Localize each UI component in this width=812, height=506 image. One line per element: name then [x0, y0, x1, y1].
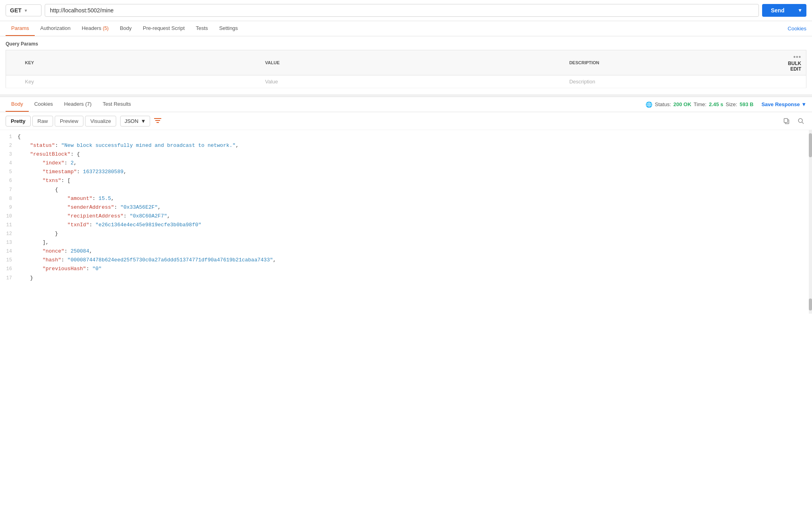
params-table: KEY VALUE DESCRIPTION ••• Bulk Edit Key … [6, 50, 806, 88]
scrollbar-track[interactable] [809, 130, 812, 314]
url-input[interactable] [45, 4, 759, 17]
value-placeholder: Value [265, 79, 278, 85]
json-line-8: 8 "amount": 15.5, [0, 194, 812, 203]
col-value-header: VALUE [260, 50, 564, 75]
col-desc-header: DESCRIPTION [564, 50, 774, 75]
save-response-button[interactable]: Save Response ▼ [761, 101, 806, 107]
key-input-cell[interactable]: Key [20, 75, 261, 88]
json-line-2: 2 "status": "New block successfully mine… [0, 141, 812, 150]
copy-button[interactable] [781, 115, 792, 126]
json-line-16: 16 "previousHash": "0" [0, 265, 812, 273]
preview-button[interactable]: Preview [55, 116, 83, 126]
method-label: GET [10, 7, 22, 14]
json-line-3: 3 "resultBlock": { [0, 150, 812, 159]
response-tab-test-results[interactable]: Test Results [97, 97, 137, 112]
query-params-label: Query Params [6, 41, 806, 47]
visualize-button[interactable]: Visualize [85, 116, 116, 126]
time-value: 2.45 s [709, 101, 723, 107]
svg-line-6 [802, 122, 804, 124]
json-line-7: 7 { [0, 186, 812, 194]
pretty-button[interactable]: Pretty [6, 116, 31, 126]
status-value: 200 OK [673, 101, 691, 107]
json-line-12: 12 } [0, 229, 812, 238]
bulk-edit-button[interactable]: Bulk Edit [788, 61, 801, 72]
tab-prerequest[interactable]: Pre-request Script [137, 21, 190, 36]
tab-tests[interactable]: Tests [190, 21, 214, 36]
format-bar-right [781, 115, 806, 126]
desc-placeholder: Description [569, 79, 595, 85]
search-button[interactable] [795, 115, 806, 126]
time-label: Time: [694, 101, 707, 107]
json-line-13: 13 ], [0, 238, 812, 247]
json-line-9: 9 "senderAddress": "0x33A56E2F", [0, 203, 812, 212]
status-label: Status: [655, 101, 671, 107]
json-line-11: 11 "txnId": "e26c1364e4ec45e9819ecfe3b0b… [0, 221, 812, 229]
send-label: Send [762, 4, 793, 17]
globe-icon: 🌐 [646, 101, 652, 108]
scrollbar-thumb-bottom[interactable] [809, 298, 812, 310]
col-check-header [6, 50, 20, 75]
size-label: Size: [726, 101, 737, 107]
query-params-section: Query Params KEY VALUE DESCRIPTION ••• B… [0, 36, 812, 88]
chevron-down-icon: ▼ [24, 8, 28, 13]
desc-input-cell[interactable]: Description [564, 75, 774, 88]
response-meta: 🌐 Status: 200 OK Time: 2.45 s Size: 593 … [646, 101, 806, 108]
response-tab-headers[interactable]: Headers (7) [59, 97, 97, 112]
raw-button[interactable]: Raw [32, 116, 53, 126]
svg-point-5 [798, 119, 802, 123]
json-line-5: 5 "timestamp": 1637233280589, [0, 168, 812, 176]
scrollbar-thumb-top[interactable] [809, 133, 812, 157]
format-select[interactable]: JSON ▼ [120, 116, 151, 126]
col-key-header: KEY [20, 50, 261, 75]
response-tabs-bar: Body Cookies Headers (7) Test Results 🌐 … [0, 97, 812, 112]
key-placeholder: Key [25, 79, 34, 85]
tab-params[interactable]: Params [6, 21, 35, 36]
tab-settings[interactable]: Settings [214, 21, 244, 36]
size-value: 593 B [740, 101, 754, 107]
send-button[interactable]: Send ▼ [762, 4, 806, 17]
tab-headers[interactable]: Headers (5) [76, 21, 114, 36]
response-tab-body[interactable]: Body [6, 97, 29, 112]
row-check-cell [6, 75, 20, 88]
params-empty-row: Key Value Description [6, 75, 806, 88]
actions-cell [774, 75, 806, 88]
json-line-17: 17 } [0, 274, 812, 283]
json-line-10: 10 "recipientAddress": "0x8C60A2F7", [0, 212, 812, 221]
response-headers-badge: (7) [85, 101, 91, 107]
json-line-1: 1 { [0, 132, 812, 141]
cookies-link[interactable]: Cookies [788, 26, 806, 32]
col-actions-header: ••• Bulk Edit [774, 50, 806, 75]
more-options-icon[interactable]: ••• [793, 53, 801, 60]
tab-authorization[interactable]: Authorization [35, 21, 76, 36]
tab-body[interactable]: Body [114, 21, 137, 36]
request-tabs-bar: Params Authorization Headers (5) Body Pr… [0, 21, 812, 36]
method-select[interactable]: GET ▼ [6, 4, 42, 16]
json-line-6: 6 "txns": [ [0, 176, 812, 185]
svg-rect-4 [784, 119, 788, 123]
json-line-14: 14 "nonce": 250084, [0, 247, 812, 256]
format-chevron-icon: ▼ [141, 118, 146, 124]
json-viewer: 1 { 2 "status": "New block successfully … [0, 130, 812, 314]
json-line-4: 4 "index": 2, [0, 159, 812, 168]
response-tab-cookies[interactable]: Cookies [29, 97, 59, 112]
send-arrow-icon[interactable]: ▼ [794, 4, 806, 16]
url-bar: GET ▼ Send ▼ [0, 0, 812, 21]
value-input-cell[interactable]: Value [260, 75, 564, 88]
headers-badge: (5) [103, 26, 109, 31]
format-bar: Pretty Raw Preview Visualize JSON ▼ [0, 112, 812, 130]
filter-icon[interactable] [154, 118, 161, 125]
json-line-15: 15 "hash": "0000874478b624eed25f5730c0a2… [0, 256, 812, 265]
